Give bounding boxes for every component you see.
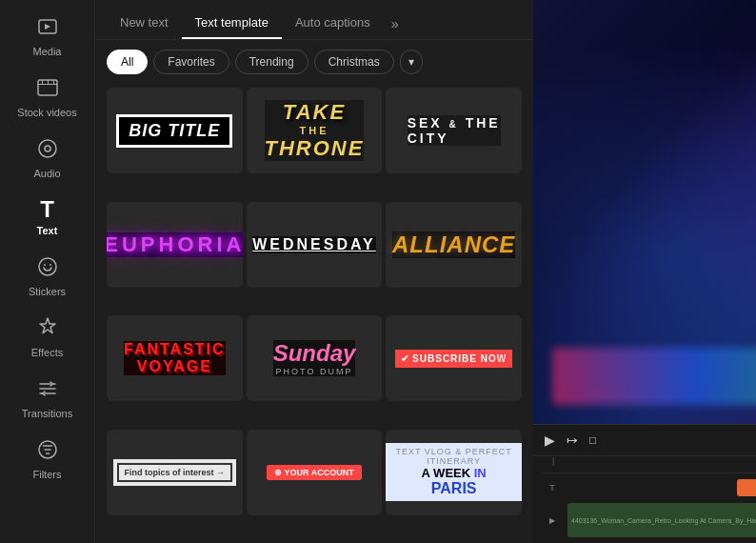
sidebar-item-text[interactable]: T Text [5, 191, 90, 244]
main-panel: New text Text template Auto captions » A… [95, 0, 533, 543]
template-big-title[interactable]: BIG TITLE [107, 88, 243, 173]
transitions-icon [36, 377, 59, 404]
timeline-expand-button[interactable]: □ [587, 432, 598, 449]
svg-point-10 [50, 264, 51, 266]
svg-point-6 [39, 140, 56, 157]
filter-christmas[interactable]: Christmas [314, 50, 394, 74]
track-label-video: ▶ [543, 516, 562, 525]
video-preview: GAME ZONE [533, 0, 756, 424]
templates-grid: BIG TITLE TAKE THE THRONE SEX & THECITY … [95, 84, 533, 543]
template-alliance[interactable]: ALLIANCE [386, 202, 522, 288]
media-icon [36, 15, 59, 42]
video-clip-filmstrip[interactable]: 4403136_Woman_Camera_Retro_Looking At Ca… [567, 503, 756, 537]
filter-bar: All Favorites Trending Christmas ▾ [95, 40, 533, 84]
sidebar-item-media[interactable]: Media [5, 8, 90, 65]
video-clip-label: 4403136_Woman_Camera_Retro_Looking At Ca… [567, 517, 756, 524]
template-paris[interactable]: Text vlog & perfect itinerary A WEEK IN … [386, 430, 522, 515]
svg-point-9 [44, 264, 46, 266]
svg-point-7 [45, 146, 50, 151]
effects-icon [36, 316, 59, 343]
ambient-light [533, 0, 756, 424]
template-subscribe[interactable]: ✔ SUBSCRIBE NOW [386, 315, 522, 401]
template-sunday[interactable]: Sunday PHOTO DUMP [247, 315, 383, 401]
template-find-topics[interactable]: Find topics of interest → [107, 430, 243, 515]
template-wednesday[interactable]: WEDNESDAY [247, 202, 383, 288]
sidebar: Media Stock videos Audio T Text Stickers… [0, 0, 95, 543]
template-take-throne[interactable]: TAKE THE THRONE [247, 88, 383, 173]
text-icon: T [40, 198, 54, 221]
tab-bar: New text Text template Auto captions » [95, 0, 533, 40]
sidebar-label-media: Media [33, 46, 62, 57]
timeline-play-button[interactable]: ▶ [543, 431, 557, 450]
svg-rect-4 [48, 80, 49, 84]
audio-icon [36, 137, 59, 164]
tab-auto-captions[interactable]: Auto captions [282, 8, 384, 39]
sidebar-label-transitions: Transitions [22, 408, 72, 419]
timeline-tracks: T ▶ 4403136_Woman_Camera_Retro_Looking A… [533, 473, 756, 543]
sidebar-label-stock: Stock videos [17, 107, 76, 118]
filter-all[interactable]: All [107, 50, 148, 74]
svg-rect-3 [42, 80, 43, 84]
svg-rect-5 [53, 80, 54, 84]
sidebar-label-filters: Filters [33, 469, 62, 480]
filter-trending[interactable]: Trending [235, 50, 308, 74]
tab-text-template[interactable]: Text template [182, 8, 282, 39]
video-panel: GAME ZONE ▶ ↦ □ 00:09:20 | 00:03 00:06 [533, 0, 756, 543]
track-row-text: T [543, 477, 756, 498]
sidebar-item-transitions[interactable]: Transitions [5, 370, 90, 427]
sidebar-item-stock-videos[interactable]: Stock videos [5, 69, 90, 126]
sidebar-label-text: Text [37, 225, 58, 236]
sidebar-item-effects[interactable]: Effects [5, 309, 90, 366]
track-label-text: T [543, 483, 562, 493]
filters-icon [36, 438, 59, 465]
svg-point-8 [39, 258, 56, 275]
timeline-area: ▶ ↦ □ 00:09:20 | 00:03 00:06 T ▶ [533, 424, 756, 543]
track-row-video: ▶ 4403136_Woman_Camera_Retro_Looking At … [543, 501, 756, 539]
filter-more-dropdown[interactable]: ▾ [400, 50, 423, 74]
sidebar-label-stickers: Stickers [29, 286, 66, 297]
tab-new-text[interactable]: New text [107, 8, 182, 39]
filter-favorites[interactable]: Favorites [153, 50, 229, 74]
sidebar-item-stickers[interactable]: Stickers [5, 248, 90, 305]
text-clip[interactable] [737, 479, 756, 496]
timeline-controls: ▶ ↦ □ 00:09:20 [533, 425, 756, 456]
sidebar-item-filters[interactable]: Filters [5, 431, 90, 488]
ruler-start: | [552, 456, 554, 466]
svg-rect-2 [38, 84, 57, 85]
template-euphoria[interactable]: EUPHORIA [107, 202, 243, 288]
stock-videos-icon [36, 76, 59, 103]
tabs-more-button[interactable]: » [388, 12, 403, 35]
sidebar-label-effects: Effects [31, 347, 63, 358]
template-fantastic[interactable]: FANTASTICVOYAGE [107, 315, 243, 401]
chevron-down-icon: ▾ [408, 55, 414, 69]
sidebar-label-audio: Audio [33, 168, 60, 179]
stickers-icon [36, 255, 59, 282]
template-your-account[interactable]: ⊕ YOUR ACCOUNT [247, 430, 383, 515]
timeline-skip-button[interactable]: ↦ [565, 431, 580, 450]
template-sex-city[interactable]: SEX & THECITY [386, 88, 522, 173]
sidebar-item-audio[interactable]: Audio [5, 130, 90, 187]
